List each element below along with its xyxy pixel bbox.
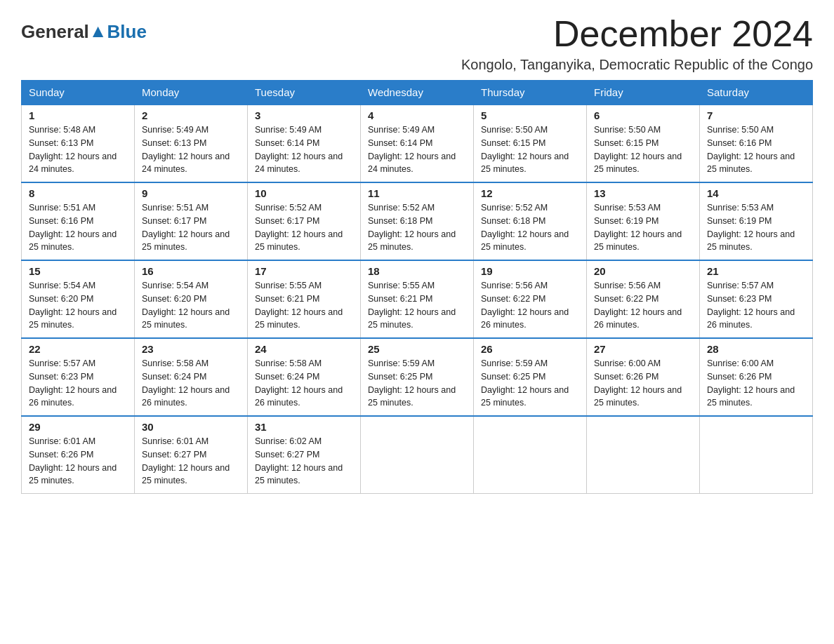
calendar-cell: 14Sunrise: 5:53 AMSunset: 6:19 PMDayligh… — [700, 182, 813, 260]
day-info: Sunrise: 5:53 AMSunset: 6:19 PMDaylight:… — [707, 201, 805, 254]
day-number: 20 — [594, 265, 692, 277]
calendar-cell: 21Sunrise: 5:57 AMSunset: 6:23 PMDayligh… — [700, 260, 813, 338]
day-number: 16 — [142, 265, 240, 277]
location-title: Kongolo, Tanganyika, Democratic Republic… — [461, 57, 813, 73]
week-row-1: 1Sunrise: 5:48 AMSunset: 6:13 PMDaylight… — [22, 105, 813, 182]
day-info: Sunrise: 5:48 AMSunset: 6:13 PMDaylight:… — [29, 123, 127, 176]
calendar-header-friday: Friday — [587, 81, 700, 105]
calendar-cell: 15Sunrise: 5:54 AMSunset: 6:20 PMDayligh… — [22, 260, 135, 338]
calendar-cell: 11Sunrise: 5:52 AMSunset: 6:18 PMDayligh… — [361, 182, 474, 260]
day-number: 23 — [142, 343, 240, 355]
calendar-cell: 30Sunrise: 6:01 AMSunset: 6:27 PMDayligh… — [135, 416, 248, 494]
day-number: 7 — [707, 109, 805, 121]
day-info: Sunrise: 5:59 AMSunset: 6:25 PMDaylight:… — [368, 357, 466, 410]
day-info: Sunrise: 6:02 AMSunset: 6:27 PMDaylight:… — [255, 435, 353, 488]
calendar-cell: 4Sunrise: 5:49 AMSunset: 6:14 PMDaylight… — [361, 105, 474, 182]
day-number: 5 — [481, 109, 579, 121]
day-number: 25 — [368, 343, 466, 355]
calendar-cell — [587, 416, 700, 494]
day-number: 6 — [594, 109, 692, 121]
day-info: Sunrise: 5:55 AMSunset: 6:21 PMDaylight:… — [368, 279, 466, 332]
day-number: 19 — [481, 265, 579, 277]
day-info: Sunrise: 5:55 AMSunset: 6:21 PMDaylight:… — [255, 279, 353, 332]
week-row-2: 8Sunrise: 5:51 AMSunset: 6:16 PMDaylight… — [22, 182, 813, 260]
day-info: Sunrise: 5:58 AMSunset: 6:24 PMDaylight:… — [142, 357, 240, 410]
calendar-cell: 13Sunrise: 5:53 AMSunset: 6:19 PMDayligh… — [587, 182, 700, 260]
calendar-header-tuesday: Tuesday — [248, 81, 361, 105]
calendar-cell: 7Sunrise: 5:50 AMSunset: 6:16 PMDaylight… — [700, 105, 813, 182]
day-info: Sunrise: 5:53 AMSunset: 6:19 PMDaylight:… — [594, 201, 692, 254]
day-info: Sunrise: 5:52 AMSunset: 6:17 PMDaylight:… — [255, 201, 353, 254]
day-number: 30 — [142, 421, 240, 433]
day-number: 15 — [29, 265, 127, 277]
day-info: Sunrise: 5:50 AMSunset: 6:16 PMDaylight:… — [707, 123, 805, 176]
day-info: Sunrise: 5:49 AMSunset: 6:14 PMDaylight:… — [255, 123, 353, 176]
logo: General▲ Blue — [21, 21, 147, 43]
day-info: Sunrise: 5:52 AMSunset: 6:18 PMDaylight:… — [368, 201, 466, 254]
calendar-header-row: SundayMondayTuesdayWednesdayThursdayFrid… — [22, 81, 813, 105]
day-number: 17 — [255, 265, 353, 277]
day-number: 22 — [29, 343, 127, 355]
month-title: December 2024 — [461, 14, 813, 54]
day-info: Sunrise: 5:54 AMSunset: 6:20 PMDaylight:… — [29, 279, 127, 332]
day-info: Sunrise: 5:56 AMSunset: 6:22 PMDaylight:… — [594, 279, 692, 332]
calendar-cell: 10Sunrise: 5:52 AMSunset: 6:17 PMDayligh… — [248, 182, 361, 260]
calendar-cell: 24Sunrise: 5:58 AMSunset: 6:24 PMDayligh… — [248, 338, 361, 416]
week-row-4: 22Sunrise: 5:57 AMSunset: 6:23 PMDayligh… — [22, 338, 813, 416]
calendar-cell: 28Sunrise: 6:00 AMSunset: 6:26 PMDayligh… — [700, 338, 813, 416]
calendar-cell: 22Sunrise: 5:57 AMSunset: 6:23 PMDayligh… — [22, 338, 135, 416]
calendar-header-thursday: Thursday — [474, 81, 587, 105]
day-number: 8 — [29, 187, 127, 199]
calendar-cell: 1Sunrise: 5:48 AMSunset: 6:13 PMDaylight… — [22, 105, 135, 182]
calendar-cell — [474, 416, 587, 494]
calendar-cell: 3Sunrise: 5:49 AMSunset: 6:14 PMDaylight… — [248, 105, 361, 182]
day-number: 12 — [481, 187, 579, 199]
calendar-cell: 31Sunrise: 6:02 AMSunset: 6:27 PMDayligh… — [248, 416, 361, 494]
day-number: 27 — [594, 343, 692, 355]
day-number: 9 — [142, 187, 240, 199]
calendar-cell: 23Sunrise: 5:58 AMSunset: 6:24 PMDayligh… — [135, 338, 248, 416]
calendar-cell — [700, 416, 813, 494]
day-info: Sunrise: 5:49 AMSunset: 6:13 PMDaylight:… — [142, 123, 240, 176]
calendar-cell: 20Sunrise: 5:56 AMSunset: 6:22 PMDayligh… — [587, 260, 700, 338]
calendar-cell: 29Sunrise: 6:01 AMSunset: 6:26 PMDayligh… — [22, 416, 135, 494]
calendar-cell: 27Sunrise: 6:00 AMSunset: 6:26 PMDayligh… — [587, 338, 700, 416]
calendar-cell: 12Sunrise: 5:52 AMSunset: 6:18 PMDayligh… — [474, 182, 587, 260]
day-number: 1 — [29, 109, 127, 121]
day-number: 4 — [368, 109, 466, 121]
day-info: Sunrise: 6:00 AMSunset: 6:26 PMDaylight:… — [594, 357, 692, 410]
day-info: Sunrise: 5:58 AMSunset: 6:24 PMDaylight:… — [255, 357, 353, 410]
calendar-cell: 26Sunrise: 5:59 AMSunset: 6:25 PMDayligh… — [474, 338, 587, 416]
calendar-cell: 8Sunrise: 5:51 AMSunset: 6:16 PMDaylight… — [22, 182, 135, 260]
day-info: Sunrise: 5:51 AMSunset: 6:17 PMDaylight:… — [142, 201, 240, 254]
page-header: General▲ Blue December 2024 Kongolo, Tan… — [21, 14, 813, 73]
day-info: Sunrise: 6:00 AMSunset: 6:26 PMDaylight:… — [707, 357, 805, 410]
day-number: 21 — [707, 265, 805, 277]
day-info: Sunrise: 5:57 AMSunset: 6:23 PMDaylight:… — [707, 279, 805, 332]
day-number: 28 — [707, 343, 805, 355]
calendar-cell: 9Sunrise: 5:51 AMSunset: 6:17 PMDaylight… — [135, 182, 248, 260]
day-number: 13 — [594, 187, 692, 199]
day-number: 29 — [29, 421, 127, 433]
day-number: 24 — [255, 343, 353, 355]
day-number: 3 — [255, 109, 353, 121]
day-number: 31 — [255, 421, 353, 433]
day-number: 18 — [368, 265, 466, 277]
calendar-cell: 17Sunrise: 5:55 AMSunset: 6:21 PMDayligh… — [248, 260, 361, 338]
calendar-table: SundayMondayTuesdayWednesdayThursdayFrid… — [21, 80, 813, 494]
calendar-cell: 18Sunrise: 5:55 AMSunset: 6:21 PMDayligh… — [361, 260, 474, 338]
calendar-header-sunday: Sunday — [22, 81, 135, 105]
calendar-header-monday: Monday — [135, 81, 248, 105]
day-info: Sunrise: 6:01 AMSunset: 6:26 PMDaylight:… — [29, 435, 127, 488]
logo-general-text: General▲ — [21, 21, 107, 43]
day-number: 11 — [368, 187, 466, 199]
day-info: Sunrise: 5:52 AMSunset: 6:18 PMDaylight:… — [481, 201, 579, 254]
day-info: Sunrise: 5:56 AMSunset: 6:22 PMDaylight:… — [481, 279, 579, 332]
day-number: 2 — [142, 109, 240, 121]
calendar-cell: 19Sunrise: 5:56 AMSunset: 6:22 PMDayligh… — [474, 260, 587, 338]
week-row-3: 15Sunrise: 5:54 AMSunset: 6:20 PMDayligh… — [22, 260, 813, 338]
calendar-cell — [361, 416, 474, 494]
day-info: Sunrise: 5:51 AMSunset: 6:16 PMDaylight:… — [29, 201, 127, 254]
calendar-cell: 25Sunrise: 5:59 AMSunset: 6:25 PMDayligh… — [361, 338, 474, 416]
day-number: 14 — [707, 187, 805, 199]
